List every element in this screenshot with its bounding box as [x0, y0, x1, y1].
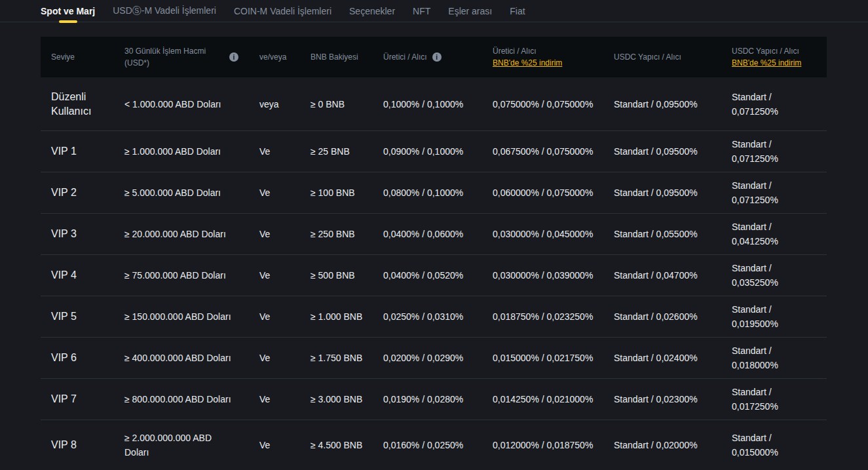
fee-table: Seviye 30 Günlük İşlem Hacmi (USD*) i ve…	[41, 37, 827, 470]
info-icon[interactable]: i	[229, 52, 238, 62]
cell-and-or: Ve	[259, 392, 311, 406]
cell-level: VIP 4	[51, 268, 124, 283]
table-row: VIP 7≥ 800.000.000 ABD DolarıVe≥ 3.000 B…	[41, 379, 827, 420]
cell-level: VIP 1	[51, 144, 124, 159]
cell-maker-taker: 0,0900% / 0,1000%	[383, 144, 493, 159]
header-30d-volume-label: 30 Günlük İşlem Hacmi (USD*)	[124, 45, 206, 69]
header-maker-taker-label: Üretici / Alıcı	[383, 52, 427, 62]
table-row: VIP 8≥ 2.000.000.000 ABD DolarıVe≥ 4.500…	[41, 420, 827, 470]
header-maker-taker: Üretici / Alıcı i	[383, 52, 493, 62]
tab-coin-m-futures[interactable]: COIN-M Vadeli İşlemleri	[234, 0, 331, 22]
cell-usdc-bnb: Standart / 0,035250%	[732, 261, 827, 290]
header-maker-taker-bnb-discount: Üretici / Alıcı BNB'de %25 indirim	[493, 47, 614, 68]
cell-maker-taker-bnb: 0,030000% / 0,039000%	[493, 268, 614, 283]
cell-maker-taker: 0,0250% / 0,0310%	[383, 309, 493, 324]
cell-bnb-balance: ≥ 4.500 BNB	[311, 438, 383, 452]
cell-maker-taker: 0,1000% / 0,1000%	[383, 97, 493, 111]
cell-bnb-balance: ≥ 0 BNB	[311, 97, 383, 111]
cell-volume: ≥ 5.000.000 ABD Doları	[124, 186, 259, 200]
cell-usdc-maker-taker: Standart / 0,09500%	[614, 186, 732, 200]
cell-maker-taker: 0,0800% / 0,1000%	[383, 186, 493, 200]
cell-and-or: Ve	[259, 309, 311, 324]
cell-and-or: veya	[259, 97, 311, 111]
table-row: VIP 2≥ 5.000.000 ABD DolarıVe≥ 100 BNB0,…	[41, 172, 827, 214]
cell-bnb-balance: ≥ 500 BNB	[311, 268, 383, 283]
cell-maker-taker-bnb: 0,014250% / 0,021000%	[493, 392, 614, 406]
cell-volume: ≥ 1.000.000 ABD Doları	[124, 144, 259, 159]
cell-usdc-maker-taker: Standart / 0,09500%	[614, 97, 732, 111]
tab-spot-margin[interactable]: Spot ve Marj	[41, 0, 95, 22]
bnb-discount-link[interactable]: BNB'de %25 indirim	[493, 58, 562, 68]
cell-usdc-maker-taker: Standart / 0,04700%	[614, 268, 732, 283]
cell-level: Düzenli Kullanıcı	[51, 90, 124, 119]
cell-usdc-bnb: Standart / 0,041250%	[732, 220, 827, 248]
cell-usdc-maker-taker: Standart / 0,05500%	[614, 227, 732, 241]
table-row: VIP 5≥ 150.000.000 ABD DolarıVe≥ 1.000 B…	[41, 296, 827, 338]
cell-usdc-bnb: Standart / 0,071250%	[732, 137, 827, 166]
table-row: VIP 1≥ 1.000.000 ABD DolarıVe≥ 25 BNB0,0…	[41, 131, 827, 172]
cell-usdc-maker-taker: Standart / 0,02000%	[614, 438, 732, 452]
cell-usdc-bnb: Standart / 0,019500%	[732, 302, 827, 331]
cell-level: VIP 8	[51, 438, 124, 452]
cell-and-or: Ve	[259, 268, 311, 283]
cell-volume: ≥ 20.000.000 ABD Doları	[124, 227, 259, 241]
cell-maker-taker: 0,0400% / 0,0520%	[383, 268, 493, 283]
cell-usdc-bnb: Standart / 0,071250%	[732, 90, 827, 119]
header-30d-volume: 30 Günlük İşlem Hacmi (USD*) i	[124, 45, 259, 69]
usdc-bnb-discount-link[interactable]: BNB'de %25 indirim	[732, 58, 801, 68]
header-and-or: ve/veya	[259, 52, 311, 62]
tab-fiat[interactable]: Fiat	[510, 0, 525, 22]
cell-bnb-balance: ≥ 100 BNB	[311, 186, 383, 200]
cell-maker-taker-bnb: 0,067500% / 0,075000%	[493, 144, 614, 159]
cell-and-or: Ve	[259, 186, 311, 200]
header-usdc-bnb-label: USDC Yapıcı / Alıcı	[732, 47, 799, 56]
cell-maker-taker: 0,0400% / 0,0600%	[383, 227, 493, 241]
tab-nft[interactable]: NFT	[413, 0, 430, 22]
cell-maker-taker-bnb: 0,060000% / 0,075000%	[493, 186, 614, 200]
header-bnb-balance: BNB Bakiyesi	[311, 52, 383, 62]
cell-usdc-maker-taker: Standart / 0,02300%	[614, 392, 732, 406]
cell-bnb-balance: ≥ 3.000 BNB	[311, 392, 383, 406]
cell-volume: < 1.000.000 ABD Doları	[124, 97, 259, 111]
cell-level: VIP 2	[51, 186, 124, 200]
header-level: Seviye	[51, 52, 124, 62]
cell-and-or: Ve	[259, 144, 311, 159]
tab-options[interactable]: Seçenekler	[349, 0, 395, 22]
cell-usdc-maker-taker: Standart / 0,09500%	[614, 144, 732, 159]
cell-maker-taker-bnb: 0,030000% / 0,045000%	[493, 227, 614, 241]
cell-usdc-maker-taker: Standart / 0,02600%	[614, 309, 732, 324]
cell-usdc-bnb: Standart / 0,018000%	[732, 343, 827, 372]
table-row: VIP 6≥ 400.000.000 ABD DolarıVe≥ 1.750 B…	[41, 338, 827, 379]
cell-and-or: Ve	[259, 438, 311, 452]
info-icon[interactable]: i	[432, 52, 442, 62]
table-header-row: Seviye 30 Günlük İşlem Hacmi (USD*) i ve…	[41, 37, 827, 77]
cell-bnb-balance: ≥ 250 BNB	[311, 227, 383, 241]
cell-and-or: Ve	[259, 351, 311, 365]
cell-maker-taker: 0,0160% / 0,0250%	[383, 438, 493, 452]
cell-bnb-balance: ≥ 1.000 BNB	[311, 309, 383, 324]
cell-bnb-balance: ≥ 1.750 BNB	[311, 351, 383, 365]
cell-maker-taker-bnb: 0,015000% / 0,021750%	[493, 351, 614, 365]
table-row: Düzenli Kullanıcı< 1.000.000 ABD Dolarıv…	[41, 77, 827, 131]
cell-volume: ≥ 800.000.000 ABD Doları	[124, 392, 259, 406]
fee-category-tabs: Spot ve Marj USDⓈ-M Vadeli İşlemleri COI…	[0, 0, 868, 22]
cell-usdc-bnb: Standart / 0,071250%	[732, 178, 827, 207]
cell-maker-taker: 0,0200% / 0,0290%	[383, 351, 493, 365]
cell-volume: ≥ 150.000.000 ABD Doları	[124, 309, 259, 324]
table-body: Düzenli Kullanıcı< 1.000.000 ABD Dolarıv…	[41, 77, 827, 470]
cell-volume: ≥ 2.000.000.000 ABD Doları	[124, 431, 259, 460]
header-usdc-bnb-discount: USDC Yapıcı / Alıcı BNB'de %25 indirim	[732, 47, 827, 68]
cell-usdc-maker-taker: Standart / 0,02400%	[614, 351, 732, 365]
cell-maker-taker-bnb: 0,012000% / 0,018750%	[493, 438, 614, 452]
cell-maker-taker-bnb: 0,018750% / 0,023250%	[493, 309, 614, 324]
cell-level: VIP 6	[51, 351, 124, 365]
table-row: VIP 3≥ 20.000.000 ABD DolarıVe≥ 250 BNB0…	[41, 214, 827, 255]
tab-p2p[interactable]: Eşler arası	[448, 0, 492, 22]
header-maker-taker-bnb-label: Üretici / Alıcı	[493, 47, 537, 56]
tab-usds-m-futures[interactable]: USDⓈ-M Vadeli İşlemleri	[113, 0, 216, 22]
cell-and-or: Ve	[259, 227, 311, 241]
header-usdc-maker-taker: USDC Yapıcı / Alıcı	[614, 52, 732, 62]
cell-usdc-bnb: Standart / 0,015000%	[732, 431, 827, 460]
cell-volume: ≥ 400.000.000 ABD Doları	[124, 351, 259, 365]
cell-usdc-bnb: Standart / 0,017250%	[732, 385, 827, 414]
